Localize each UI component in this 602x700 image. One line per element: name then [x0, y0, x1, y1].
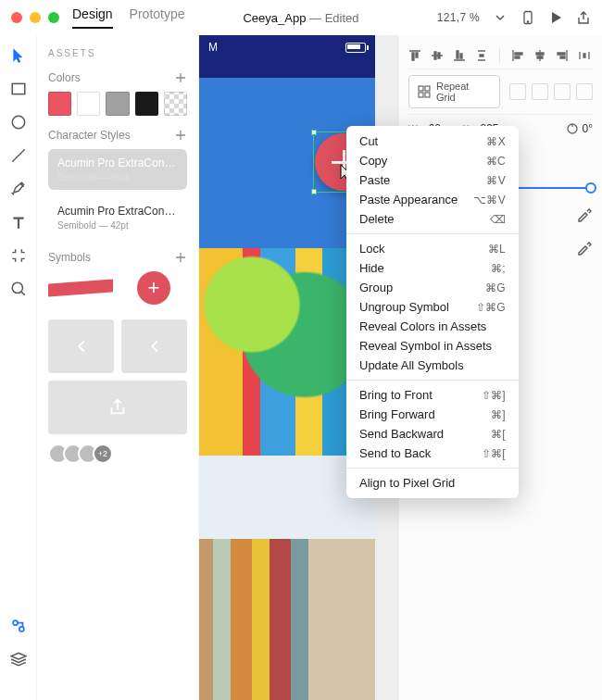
- titlebar: Design Prototype Ceeya_App — Edited 121,…: [0, 0, 602, 35]
- maximize-window[interactable]: [48, 12, 59, 23]
- layers-icon[interactable]: [9, 650, 28, 669]
- rectangle-tool[interactable]: [9, 80, 28, 98]
- menu-item[interactable]: Bring to Front⇧⌘]: [346, 385, 519, 405]
- op-intersect[interactable]: [554, 83, 571, 100]
- symbol-card-share[interactable]: [48, 381, 187, 434]
- panel-title: ASSETS: [48, 48, 187, 58]
- swatch-gray[interactable]: [106, 92, 129, 116]
- op-add[interactable]: [509, 83, 526, 100]
- svg-point-6: [19, 627, 23, 631]
- swatch-black[interactable]: [135, 92, 158, 116]
- symbols-header[interactable]: Symbols: [48, 251, 91, 264]
- boolean-ops: [509, 83, 593, 100]
- align-top-icon[interactable]: [408, 49, 421, 62]
- menu-item[interactable]: Align to Pixel Grid: [346, 473, 519, 493]
- minimize-window[interactable]: [30, 12, 41, 23]
- add-symbol-icon[interactable]: [174, 251, 187, 264]
- rotation[interactable]: 0°: [566, 122, 593, 135]
- menu-item[interactable]: Hide⌘;: [346, 258, 519, 278]
- symbol-thumb[interactable]: [48, 280, 113, 297]
- swatch-red[interactable]: [48, 92, 71, 116]
- device-preview-icon[interactable]: [520, 10, 535, 25]
- zoom-tool[interactable]: [9, 280, 28, 298]
- charstyle-item[interactable]: Acumin Pro ExtraConden... Semibold — 42p…: [48, 197, 187, 238]
- add-charstyle-icon[interactable]: [174, 129, 187, 142]
- menu-item[interactable]: Paste Appearance⌥⌘V: [346, 190, 519, 209]
- svg-point-5: [13, 620, 18, 625]
- menu-item[interactable]: Group⌘G: [346, 278, 519, 297]
- color-swatches: [48, 92, 187, 116]
- window-controls: [11, 12, 59, 23]
- distribute-h-icon[interactable]: [578, 49, 591, 62]
- play-icon[interactable]: [548, 10, 563, 25]
- artboard-tool[interactable]: [9, 246, 28, 265]
- charstyles-header[interactable]: Character Styles: [48, 129, 131, 142]
- svg-rect-9: [419, 93, 423, 97]
- menu-item[interactable]: Reveal Colors in Assets: [346, 317, 519, 336]
- symbol-card-back[interactable]: [48, 319, 114, 373]
- align-vcenter-icon[interactable]: [431, 49, 444, 62]
- svg-rect-10: [425, 93, 430, 97]
- repeat-grid-button[interactable]: Repeat Grid: [408, 75, 500, 108]
- tab-design[interactable]: Design: [72, 6, 113, 29]
- toolbar: [0, 35, 37, 700]
- align-hcenter-icon[interactable]: [533, 49, 546, 62]
- assets-icon[interactable]: [9, 617, 28, 635]
- ellipse-tool[interactable]: [9, 113, 28, 131]
- symbol-avatars[interactable]: +2: [48, 444, 187, 464]
- align-left-icon[interactable]: [511, 49, 524, 62]
- eyedropper-stroke-icon[interactable]: [576, 239, 593, 256]
- tab-prototype[interactable]: Prototype: [130, 6, 185, 29]
- avatar-more: +2: [93, 444, 113, 464]
- op-subtract[interactable]: [532, 83, 548, 100]
- context-menu: Cut⌘XCopy⌘CPaste⌘VPaste Appearance⌥⌘VDel…: [346, 126, 519, 498]
- menu-item[interactable]: Send to Back⇧⌘[: [346, 444, 519, 463]
- distribute-v-icon[interactable]: [475, 49, 488, 62]
- op-exclude[interactable]: [576, 83, 593, 100]
- menu-item[interactable]: Copy⌘C: [346, 151, 519, 170]
- menu-item[interactable]: Ungroup Symbol⇧⌘G: [346, 297, 519, 317]
- svg-rect-8: [425, 86, 430, 91]
- add-color-icon[interactable]: [174, 71, 187, 84]
- symbol-fab[interactable]: +: [137, 271, 170, 305]
- pen-tool[interactable]: [9, 180, 28, 198]
- document-title: Ceeya_App — Edited: [243, 11, 358, 25]
- svg-point-1: [527, 21, 528, 22]
- menu-item[interactable]: Delete⌫: [346, 209, 519, 229]
- svg-point-3: [12, 116, 25, 129]
- text-tool[interactable]: [9, 213, 28, 231]
- svg-point-4: [12, 282, 22, 293]
- charstyle-item[interactable]: Acumin Pro ExtraConden... Semibold — 86p…: [48, 149, 187, 190]
- svg-rect-7: [419, 86, 423, 91]
- close-window[interactable]: [11, 12, 22, 23]
- status-bar: M: [199, 35, 375, 78]
- svg-rect-2: [12, 83, 25, 94]
- chevron-down-icon[interactable]: [493, 10, 508, 25]
- align-bottom-icon[interactable]: [453, 49, 466, 62]
- menu-item[interactable]: Cut⌘X: [346, 131, 519, 151]
- align-right-icon[interactable]: [556, 49, 569, 62]
- menu-item[interactable]: Update All Symbols: [346, 356, 519, 375]
- menu-item[interactable]: Lock⌘L: [346, 239, 519, 258]
- line-tool[interactable]: [9, 146, 28, 165]
- select-tool[interactable]: [9, 46, 28, 65]
- symbol-card-back[interactable]: [121, 319, 187, 373]
- mode-tabs: Design Prototype: [72, 6, 185, 29]
- assets-panel: ASSETS Colors Character Styles Acumin Pr…: [37, 35, 199, 700]
- battery-icon: [345, 43, 366, 53]
- share-icon[interactable]: [576, 10, 591, 25]
- colors-header[interactable]: Colors: [48, 71, 81, 84]
- eyedropper-fill-icon[interactable]: [576, 206, 593, 222]
- menu-item[interactable]: Reveal Symbol in Assets: [346, 336, 519, 356]
- zoom-level[interactable]: 121,7 %: [437, 11, 480, 24]
- menu-item[interactable]: Send Backward⌘[: [346, 424, 519, 444]
- swatch-transparent[interactable]: [164, 92, 187, 116]
- swatch-white[interactable]: [77, 92, 100, 116]
- menu-item[interactable]: Paste⌘V: [346, 170, 519, 190]
- menu-item[interactable]: Bring Forward⌘]: [346, 405, 519, 424]
